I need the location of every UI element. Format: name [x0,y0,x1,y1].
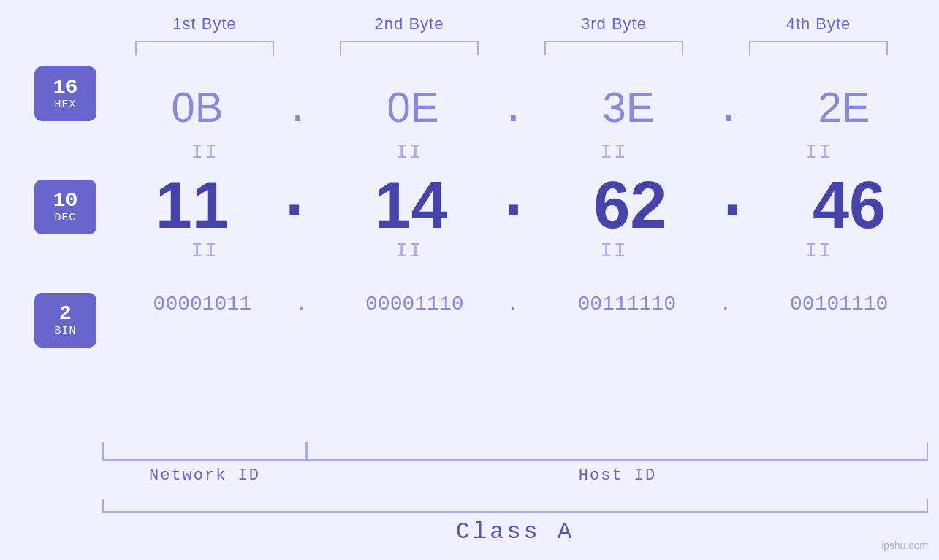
bin-badge-number: 2 [59,303,72,326]
bottom-brackets-row [102,442,928,461]
dec-byte-3: 62 [541,168,721,243]
dec-badge-label: DEC [54,212,76,224]
byte-header-2: 2nd Byte [307,15,512,34]
byte-header-4: 4th Byte [716,15,921,34]
bracket-top-2 [340,41,479,55]
bin-byte-4: 00101110 [739,293,939,315]
class-bracket [102,499,928,513]
bin-byte-1: 00001011 [102,293,303,315]
host-bracket [307,442,928,461]
dec-value-3: 62 [593,168,666,243]
bin-row: 00001011 . 00001110 . 00111110 . 0010111… [102,271,939,337]
bin-value-2: 00001110 [365,293,463,315]
byte-headers: 1st Byte 2nd Byte 3rd Byte 4th Byte [102,15,939,34]
network-bracket [102,442,307,461]
eq-sign-1-2: II [395,141,423,164]
top-brackets [102,41,939,55]
byte-header-3: 3rd Byte [512,15,716,34]
dec-badge-number: 10 [53,190,78,212]
eq-sign-1-3: II [600,141,628,164]
bin-value-1: 00001011 [153,293,251,315]
bin-byte-3: 00111110 [527,293,727,315]
bracket-cell-3 [512,41,716,55]
dec-value-1: 11 [156,168,229,243]
eq2-1: II [102,239,307,262]
host-id-label: Host ID [307,467,928,485]
hex-badge-number: 16 [53,77,78,99]
bracket-top-4 [749,41,888,55]
data-rows-container: 16 HEX 0B . 0E . 3E . 2E II II II [0,66,939,442]
bin-value-4: 00101110 [790,293,888,315]
bracket-cell-2 [307,41,512,55]
eq-sign-2-4: II [805,239,832,262]
eq-sign-1-4: II [805,141,832,164]
eq-sign-1-1: II [191,141,218,164]
hex-byte-4: 2E [749,83,939,131]
dec-byte-4: 46 [759,168,939,243]
hex-badge: 16 HEX [34,66,96,121]
hex-byte-1: 0B [102,83,292,131]
byte-header-1: 1st Byte [102,15,307,34]
dec-badge: 10 DEC [34,180,96,234]
hex-badge-label: HEX [54,99,76,111]
hex-row: 0B . 0E . 3E . 2E [102,74,939,139]
bracket-top-3 [544,41,683,55]
hex-byte-3: 3E [533,83,723,131]
bin-badge: 2 BIN [34,293,96,348]
bracket-top-1 [135,41,274,55]
dec-byte-1: 11 [102,168,282,243]
hex-value-1: 0B [172,83,224,131]
network-id-label: Network ID [102,467,307,485]
class-section: Class A [102,499,928,545]
bracket-cell-4 [716,41,921,55]
hex-value-4: 2E [818,83,870,131]
hex-value-3: 3E [603,83,655,131]
eq2-3: II [512,239,716,262]
eq2-2: II [307,239,512,262]
bin-badge-label: BIN [54,325,76,337]
bin-value-3: 00111110 [578,293,676,315]
watermark: ipshu.com [881,540,928,551]
dec-row: 11 . 14 . 62 . 46 [102,172,939,238]
eq1-3: II [512,141,716,164]
eq-sign-2-2: II [395,239,423,262]
class-a-label: Class A [102,518,928,545]
bottom-labels-row: Network ID Host ID [102,467,928,485]
dec-value-4: 46 [813,168,886,243]
dec-byte-2: 14 [322,168,501,243]
main-container: 1st Byte 2nd Byte 3rd Byte 4th Byte 16 H… [0,0,939,560]
eq-sign-2-1: II [191,239,218,262]
bin-byte-2: 00001110 [314,293,514,315]
eq1-2: II [307,141,512,164]
bracket-cell-1 [102,41,307,55]
eq2-4: II [716,239,921,262]
hex-value-2: 0E [387,83,439,131]
eq-sign-2-3: II [600,239,628,262]
dec-value-2: 14 [375,168,448,243]
bottom-section: Network ID Host ID [102,442,928,485]
hex-byte-2: 0E [318,83,508,131]
